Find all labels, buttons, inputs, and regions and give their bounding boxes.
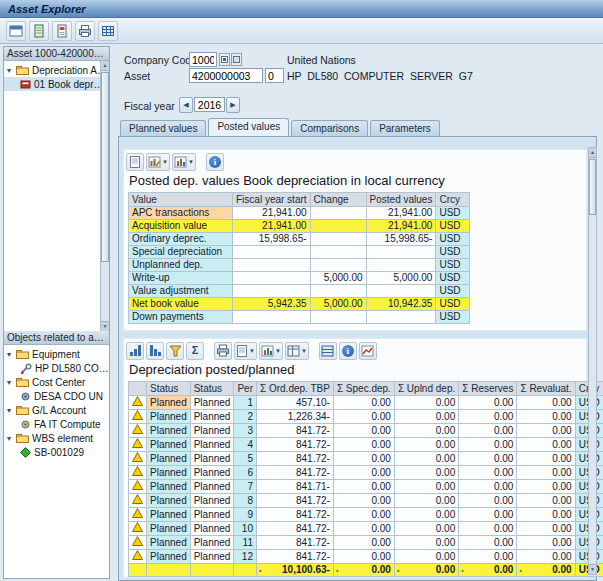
collapse-icon[interactable]: ▾ [7, 434, 16, 443]
copy-icon[interactable] [126, 153, 144, 171]
scroll-thumb[interactable] [101, 72, 109, 262]
value-cell[interactable]: Special depreciation [129, 246, 233, 259]
currency-cell[interactable]: USD [436, 207, 470, 220]
tree-scrollbar[interactable]: ▲ ▼ [100, 61, 109, 331]
col-header-posted-values[interactable]: Posted values [366, 193, 436, 207]
col-header-status-icon[interactable] [129, 382, 147, 396]
status2-cell[interactable]: Planned [190, 410, 234, 424]
next-year-icon[interactable]: ▶ [226, 97, 240, 113]
status-icon-cell[interactable] [129, 438, 147, 452]
scroll-up-icon[interactable]: ▲ [589, 148, 596, 158]
tab-posted-values[interactable]: Posted values [208, 118, 289, 136]
posted-values-cell[interactable] [366, 246, 436, 259]
status-icon-cell[interactable] [129, 550, 147, 564]
previous-year-icon[interactable]: ◀ [179, 97, 193, 113]
status1-cell[interactable]: Planned [147, 396, 191, 410]
col-header-status1[interactable]: Status [147, 382, 191, 396]
period-cell[interactable]: 11 [234, 536, 257, 550]
spec-dep-cell[interactable]: 0.00 [333, 396, 394, 410]
ord-dep-cell[interactable]: 841.72- [256, 522, 333, 536]
status2-cell[interactable]: Planned [190, 424, 234, 438]
currency-cell[interactable]: USD [436, 233, 470, 246]
value-cell[interactable]: APC transactions [129, 207, 233, 220]
status2-cell[interactable]: Planned [190, 396, 234, 410]
spec-dep-cell[interactable]: 0.00 [333, 466, 394, 480]
scroll-down-icon[interactable]: ▼ [589, 564, 596, 574]
status-icon-cell[interactable] [129, 522, 147, 536]
sort-asc-icon[interactable] [126, 342, 144, 360]
scroll-thumb[interactable] [589, 159, 596, 215]
ord-dep-cell[interactable]: 841.72- [256, 466, 333, 480]
uplnd-dep-cell[interactable]: 0.00 [394, 410, 458, 424]
revaluat-cell[interactable]: 0.00 [517, 452, 575, 466]
status-icon-cell[interactable] [129, 452, 147, 466]
collapse-icon[interactable]: ▾ [7, 66, 16, 75]
period-cell[interactable]: 10 [234, 522, 257, 536]
status2-cell[interactable]: Planned [190, 480, 234, 494]
scroll-down-icon[interactable]: ▼ [101, 321, 109, 331]
uplnd-dep-cell[interactable]: 0.00 [394, 550, 458, 564]
change-cell[interactable] [310, 246, 366, 259]
status-icon-cell[interactable] [129, 480, 147, 494]
value-cell[interactable]: Unplanned dep. [129, 259, 233, 272]
period-cell[interactable]: 12 [234, 550, 257, 564]
uplnd-dep-cell[interactable]: 0.00 [394, 522, 458, 536]
status2-cell[interactable]: Planned [190, 466, 234, 480]
revaluat-cell[interactable]: 0.00 [517, 480, 575, 494]
currency-cell[interactable]: USD [436, 259, 470, 272]
spec-dep-cell[interactable]: 0.00 [333, 424, 394, 438]
posted-values-cell[interactable]: 5,000.00 [366, 272, 436, 285]
ord-dep-cell[interactable]: 841.72- [256, 452, 333, 466]
uplnd-dep-cell[interactable]: 0.00 [394, 466, 458, 480]
status-icon-cell[interactable] [129, 466, 147, 480]
ord-dep-cell[interactable]: 841.71- [256, 480, 333, 494]
spec-dep-cell[interactable]: 0.00 [333, 438, 394, 452]
uplnd-dep-cell[interactable]: 0.00 [394, 494, 458, 508]
status1-cell[interactable]: Planned [147, 494, 191, 508]
col-header-fiscal-year-start[interactable]: Fiscal year start [233, 193, 311, 207]
period-cell[interactable]: 3 [234, 424, 257, 438]
tree-group-wbs-element[interactable]: ▾ WBS element [4, 431, 109, 445]
uplnd-dep-cell[interactable]: 0.00 [394, 480, 458, 494]
tree-group-gl-account[interactable]: ▾ G/L Account [4, 403, 109, 417]
posted-values-cell[interactable] [366, 311, 436, 324]
period-cell[interactable]: 6 [234, 466, 257, 480]
table-icon[interactable] [98, 21, 118, 41]
company-code-input[interactable] [189, 52, 217, 67]
uplnd-dep-cell[interactable]: 0.00 [394, 424, 458, 438]
revaluat-cell[interactable]: 0.00 [517, 438, 575, 452]
layout-icon[interactable]: ▼ [285, 342, 309, 360]
export-icon[interactable]: ▼ [234, 342, 257, 360]
status1-cell[interactable]: Planned [147, 508, 191, 522]
status1-cell[interactable]: Planned [147, 452, 191, 466]
tree-group-cost-center[interactable]: ▾ Cost Center [4, 375, 109, 389]
change-cell[interactable]: 5,000.00 [310, 272, 366, 285]
fiscal-year-start-cell[interactable] [233, 259, 311, 272]
status-icon-cell[interactable] [129, 396, 147, 410]
asset-subnumber-input[interactable] [265, 68, 284, 83]
col-header-per[interactable]: Per [234, 382, 257, 396]
value-cell[interactable]: Net book value [129, 298, 233, 311]
value-cell[interactable]: Ordinary deprec. [129, 233, 233, 246]
status2-cell[interactable]: Planned [190, 438, 234, 452]
status2-cell[interactable]: Planned [190, 550, 234, 564]
col-header-revaluat[interactable]: Σ Revaluat. [517, 382, 575, 396]
value-cell[interactable]: Value adjustment [129, 285, 233, 298]
chart-settings-icon[interactable]: ▼ [146, 153, 170, 171]
reserves-cell[interactable]: 0.00 [459, 508, 517, 522]
uplnd-dep-cell[interactable]: 0.00 [394, 508, 458, 522]
period-cell[interactable]: 1 [234, 396, 257, 410]
fiscal-year-start-cell[interactable]: 21,941.00 [233, 207, 311, 220]
period-cell[interactable]: 4 [234, 438, 257, 452]
posted-values-cell[interactable] [366, 259, 436, 272]
ord-dep-cell[interactable]: 841.72- [256, 536, 333, 550]
tree-group-equipment[interactable]: ▾ Equipment [4, 347, 109, 361]
revaluat-cell[interactable]: 0.00 [517, 536, 575, 550]
tree-node-book-depreciation[interactable]: 01 Book depreciation [4, 77, 109, 91]
filter-icon[interactable] [166, 342, 184, 360]
status1-cell[interactable]: Planned [147, 466, 191, 480]
status2-cell[interactable]: Planned [190, 494, 234, 508]
posted-values-cell[interactable]: 21,941.00 [366, 220, 436, 233]
uplnd-dep-cell[interactable]: 0.00 [394, 536, 458, 550]
revaluat-cell[interactable]: 0.00 [517, 508, 575, 522]
